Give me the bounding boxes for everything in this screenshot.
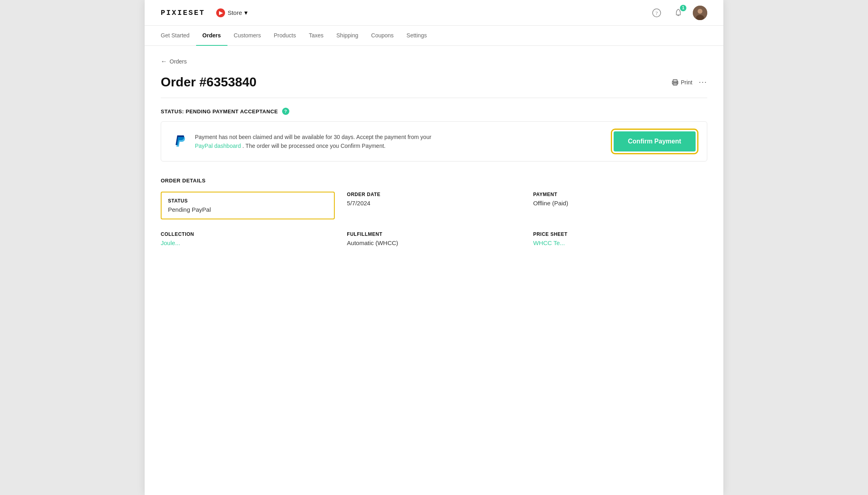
order-title: Order #6353840: [161, 75, 256, 90]
print-button[interactable]: Print: [672, 79, 692, 86]
payment-info-box: Payment has not been claimed and will be…: [161, 121, 707, 162]
detail-order-date-label: ORDER DATE: [347, 192, 521, 197]
paypal-icon: [172, 132, 187, 151]
detail-order-date-value: 5/7/2024: [347, 200, 521, 207]
store-icon: ▶: [216, 8, 225, 17]
store-label: Store: [227, 9, 242, 16]
back-link-label: Orders: [170, 58, 187, 65]
tab-shipping[interactable]: Shipping: [330, 26, 365, 46]
payment-info-left: Payment has not been claimed and will be…: [172, 132, 436, 151]
tab-products[interactable]: Products: [267, 26, 302, 46]
paypal-dashboard-link[interactable]: PayPal dashboard: [195, 143, 241, 149]
logo: PIXIESET: [161, 9, 205, 17]
status-label: STATUS: PENDING PAYMENT ACCEPTANCE: [161, 108, 278, 115]
payment-text-after: . The order will be processed once you C…: [242, 143, 385, 149]
tab-get-started[interactable]: Get Started: [161, 26, 196, 46]
payment-text-before: Payment has not been claimed and will be…: [195, 134, 431, 140]
store-badge[interactable]: ▶ Store ▾: [213, 7, 251, 19]
tab-customers[interactable]: Customers: [227, 26, 268, 46]
detail-status-label: STATUS: [168, 198, 328, 204]
details-grid: STATUS Pending PayPal ORDER DATE 5/7/202…: [161, 192, 707, 219]
detail-fulfillment-value: Automatic (WHCC): [347, 239, 521, 246]
confirm-payment-button[interactable]: Confirm Payment: [614, 131, 696, 151]
nav-right: ? 1: [649, 6, 707, 20]
order-actions: Print ···: [672, 78, 707, 86]
main-content: ← Orders Order #6353840 Print ···: [145, 46, 723, 258]
notification-button[interactable]: 1: [671, 6, 686, 20]
detail-collection: COLLECTION Joule...: [161, 231, 335, 246]
help-button[interactable]: ?: [649, 6, 664, 20]
more-options-button[interactable]: ···: [699, 78, 707, 86]
svg-point-3: [698, 9, 702, 14]
back-link[interactable]: ← Orders: [161, 58, 707, 65]
nav-left: PIXIESET ▶ Store ▾: [161, 7, 251, 19]
detail-payment: PAYMENT Offline (Paid): [533, 192, 707, 219]
back-arrow-icon: ←: [161, 58, 167, 65]
tab-orders[interactable]: Orders: [196, 26, 227, 46]
detail-price-sheet: PRICE SHEET WHCC Te...: [533, 231, 707, 246]
status-header: STATUS: PENDING PAYMENT ACCEPTANCE ?: [161, 108, 707, 115]
tab-coupons[interactable]: Coupons: [365, 26, 400, 46]
tab-taxes[interactable]: Taxes: [302, 26, 330, 46]
svg-text:?: ?: [655, 10, 658, 16]
order-title-row: Order #6353840 Print ···: [161, 75, 707, 98]
detail-fulfillment: FULFILLMENT Automatic (WHCC): [347, 231, 521, 246]
detail-fulfillment-label: FULFILLMENT: [347, 231, 521, 237]
payment-text: Payment has not been claimed and will be…: [195, 133, 436, 151]
top-nav: PIXIESET ▶ Store ▾ ? 1: [145, 0, 723, 26]
details-grid-row2: COLLECTION Joule... FULFILLMENT Automati…: [161, 231, 707, 246]
order-details-title: ORDER DETAILS: [161, 178, 707, 184]
detail-status-value: Pending PayPal: [168, 206, 328, 213]
detail-collection-label: COLLECTION: [161, 231, 335, 237]
status-help-icon[interactable]: ?: [282, 108, 289, 115]
detail-payment-label: PAYMENT: [533, 192, 707, 197]
print-label: Print: [681, 79, 692, 86]
detail-price-sheet-label: PRICE SHEET: [533, 231, 707, 237]
notification-badge: 1: [680, 5, 686, 11]
avatar[interactable]: [693, 6, 707, 20]
detail-payment-value: Offline (Paid): [533, 200, 707, 207]
svg-point-8: [677, 82, 678, 83]
detail-price-sheet-value[interactable]: WHCC Te...: [533, 239, 707, 246]
secondary-nav: Get Started Orders Customers Products Ta…: [145, 26, 723, 46]
order-details-section: ORDER DETAILS STATUS Pending PayPal ORDE…: [161, 178, 707, 246]
chevron-down-icon: ▾: [244, 9, 248, 16]
status-section: STATUS: PENDING PAYMENT ACCEPTANCE ? Pay…: [161, 108, 707, 162]
tab-settings[interactable]: Settings: [400, 26, 434, 46]
detail-order-date: ORDER DATE 5/7/2024: [347, 192, 521, 219]
detail-collection-value[interactable]: Joule...: [161, 239, 335, 246]
detail-status: STATUS Pending PayPal: [161, 192, 335, 219]
